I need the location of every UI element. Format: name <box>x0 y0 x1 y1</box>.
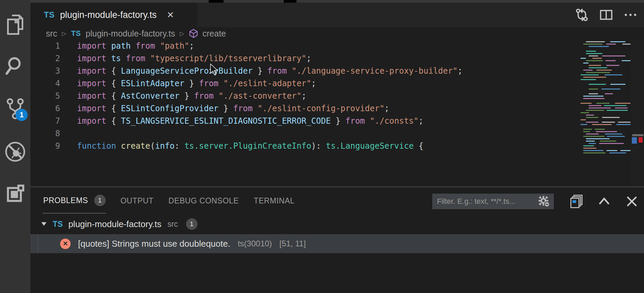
minimap-line <box>601 89 620 90</box>
problems-file-name: plugin-module-factory.ts <box>68 219 161 229</box>
minimap-line <box>599 143 624 144</box>
minimap-line <box>622 44 630 45</box>
line-number[interactable]: 7 <box>30 115 60 127</box>
breadcrumb-root[interactable]: src <box>46 29 57 39</box>
overview-info-marker <box>632 137 637 144</box>
ts-file-icon: TS <box>53 220 63 229</box>
split-editor-icon[interactable] <box>599 7 614 22</box>
code-token: ; <box>418 116 423 126</box>
minimap-line <box>589 143 596 144</box>
code-token: import <box>77 41 111 51</box>
tab-close-icon[interactable]: ✕ <box>167 10 174 20</box>
code-token: ): <box>311 141 326 151</box>
panel-actions <box>569 193 639 210</box>
line-number[interactable]: 6 <box>30 102 60 115</box>
problems-file-row[interactable]: TS plugin-module-factory.ts src 1 <box>30 215 644 234</box>
line-number[interactable]: 4 <box>30 77 60 90</box>
tab-debug-console-label: DEBUG CONSOLE <box>169 196 239 205</box>
tab-output[interactable]: OUTPUT <box>121 188 154 213</box>
tab-terminal[interactable]: TERMINAL <box>254 188 294 213</box>
code-line[interactable]: import { LanguageServiceProxyBuilder } f… <box>77 65 463 77</box>
tab-bar: TS plugin-module-factory.ts ✕ <box>30 3 644 27</box>
line-number[interactable]: 2 <box>30 52 60 65</box>
minimap-line <box>589 89 598 90</box>
code-line[interactable]: import path from "path"; <box>77 40 194 52</box>
problems-error-row[interactable]: ✕ [quotes] Strings must use doublequote.… <box>30 234 644 253</box>
more-actions-icon[interactable] <box>623 7 638 22</box>
minimap-line <box>586 41 605 42</box>
maximize-panel-icon[interactable] <box>597 194 612 209</box>
minimap-line <box>604 74 622 75</box>
filter-gear-icon[interactable] <box>538 195 550 208</box>
code-token: import <box>77 91 111 101</box>
minimap-line <box>589 107 611 108</box>
minimap-line <box>618 122 630 123</box>
open-changes-icon[interactable] <box>574 7 589 22</box>
minimap-line <box>615 103 630 104</box>
code-token: } <box>336 116 345 126</box>
switch-panel-icon[interactable] <box>569 194 584 209</box>
debug-disabled-icon[interactable] <box>0 137 30 167</box>
extensions-icon[interactable] <box>0 178 30 209</box>
code-token: } <box>184 91 194 101</box>
tab-problems[interactable]: PROBLEMS 1 <box>43 188 106 214</box>
overview-ruler[interactable] <box>631 40 644 186</box>
minimap-line <box>583 150 603 151</box>
filter-placeholder: Filter. E.g.: text, **/*.ts... <box>437 197 538 206</box>
code-token: "./consts" <box>370 116 419 126</box>
ts-file-icon: TS <box>71 29 81 38</box>
close-panel-icon[interactable] <box>624 194 639 209</box>
line-number[interactable]: 8 <box>30 127 60 140</box>
source-control-icon[interactable] <box>0 94 30 124</box>
search-icon[interactable] <box>0 51 30 81</box>
minimap-line <box>596 103 610 104</box>
line-number[interactable]: 9 <box>30 140 60 152</box>
code-token: } <box>258 66 267 76</box>
code-token: "path" <box>160 41 189 51</box>
tab-debug-console[interactable]: DEBUG CONSOLE <box>169 188 239 213</box>
line-number[interactable]: 5 <box>30 90 60 102</box>
problems-filter-input[interactable]: Filter. E.g.: text, **/*.ts... <box>432 194 554 209</box>
tree-indent-guide <box>38 234 38 253</box>
code-token: "./eslint-adapter" <box>224 79 311 88</box>
minimap-line <box>606 65 619 66</box>
explorer-icon[interactable] <box>0 9 30 40</box>
minimap-line <box>589 105 601 106</box>
minimap-line <box>581 58 586 59</box>
minimap-line <box>583 148 596 149</box>
code-line[interactable]: import { ESLintAdapter } from "./eslint-… <box>77 77 316 90</box>
code-line[interactable]: import { AstConverter } from "./ast-conv… <box>77 90 306 102</box>
minimap-line <box>586 72 610 73</box>
error-position: [51, 11] <box>279 239 306 248</box>
window-top-edge <box>30 0 644 3</box>
minimap-line <box>583 145 594 146</box>
breadcrumb-symbol[interactable]: create <box>203 29 226 39</box>
code-token: ESLintConfigProvider <box>121 104 223 113</box>
ts-file-icon: TS <box>44 10 55 20</box>
code-line[interactable]: import ts from "typescript/lib/tsserverl… <box>77 52 311 65</box>
code-token: AstConverter <box>121 91 184 101</box>
minimap-line <box>583 96 603 97</box>
tab-plugin-module-factory[interactable]: TS plugin-module-factory.ts ✕ <box>30 3 197 27</box>
tab-output-label: OUTPUT <box>121 196 154 205</box>
minimap-line <box>615 107 628 108</box>
bottom-panel: PROBLEMS 1 OUTPUT DEBUG CONSOLE TERMINAL… <box>30 188 644 293</box>
minimap[interactable] <box>580 40 630 186</box>
minimap-line <box>581 79 596 80</box>
minimap-line <box>586 138 610 139</box>
minimap-line <box>586 141 595 142</box>
code-line[interactable]: import { TS_LANGSERVICE_ESLINT_DIAGNOSTI… <box>77 115 423 127</box>
twistie-icon[interactable] <box>41 221 47 227</box>
code-line[interactable]: import { ESLintConfigProvider } from "./… <box>77 102 389 115</box>
code-token: ts <box>111 54 126 63</box>
code-token: "./eslint-config-provider" <box>258 104 385 113</box>
code-token: "typescript/lib/tsserverlibrary" <box>150 54 306 63</box>
code-editor[interactable]: 1import path from "path";2import ts from… <box>30 40 644 186</box>
minimap-line <box>589 84 606 85</box>
line-number[interactable]: 3 <box>30 65 60 77</box>
code-token: ; <box>311 79 316 88</box>
minimap-line <box>616 124 630 125</box>
code-line[interactable]: function create(info: ts.server.PluginCr… <box>77 140 423 152</box>
line-number[interactable]: 1 <box>30 40 60 52</box>
breadcrumb-file[interactable]: plugin-module-factory.ts <box>86 29 175 39</box>
